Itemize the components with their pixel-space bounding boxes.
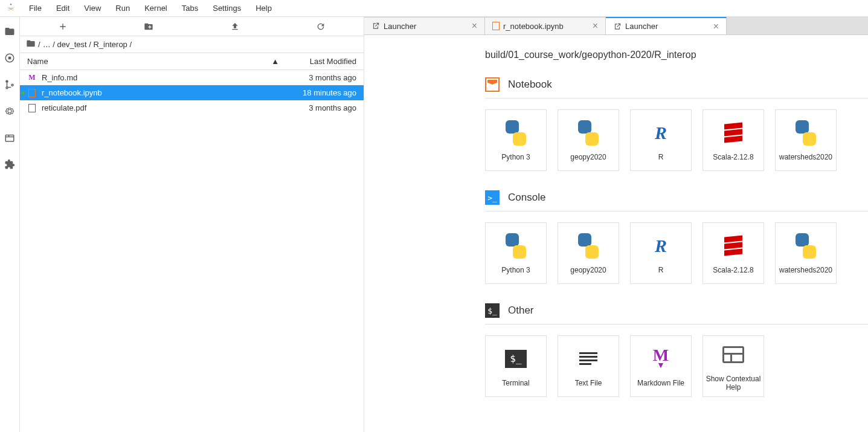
launcher-card[interactable]: geopy2020	[558, 222, 619, 284]
terminal-icon: $_	[505, 350, 527, 368]
launcher-card[interactable]: Scala-2.12.8	[702, 222, 764, 284]
main-area: / … / dev_test / R_interop / Name ▲ Last…	[0, 17, 868, 432]
filebrowser-tab-icon[interactable]	[4, 25, 16, 37]
tab[interactable]: Launcher×	[364, 17, 485, 34]
card-label: Text File	[573, 379, 605, 387]
settings-tab-icon[interactable]	[4, 105, 16, 117]
menubar: FileEditViewRunKernelTabsSettingsHelp	[0, 0, 868, 17]
launcher-path: build/01_course_work/geopython-2020/R_in…	[485, 50, 868, 60]
card-label: Scala-2.12.8	[710, 153, 756, 161]
close-icon[interactable]: ×	[711, 22, 721, 31]
launcher-icon	[613, 22, 622, 31]
upload-button[interactable]	[192, 17, 278, 36]
activity-bar	[0, 17, 20, 432]
notebook-file-icon	[28, 89, 36, 97]
file-modified: 18 minutes ago	[284, 88, 356, 97]
close-icon[interactable]: ×	[590, 21, 600, 31]
card-label: R	[656, 266, 666, 274]
menu-file[interactable]: File	[22, 1, 49, 15]
launcher-card[interactable]: geopy2020	[558, 109, 619, 171]
section-title: Console	[508, 192, 545, 204]
pdf-file-icon	[28, 104, 36, 112]
breadcrumb-segment[interactable]: …	[43, 40, 51, 49]
scala-icon	[724, 236, 742, 256]
text-file-icon	[579, 352, 597, 365]
r-icon: R	[655, 123, 667, 143]
python-icon	[576, 233, 601, 259]
menu-view[interactable]: View	[77, 1, 108, 15]
launcher-card[interactable]: Python 3	[485, 109, 547, 171]
launcher-card[interactable]: watersheds2020	[775, 109, 837, 171]
breadcrumb-sep: /	[87, 40, 94, 49]
r-icon: R	[655, 236, 667, 256]
launcher-card[interactable]: RR	[630, 222, 692, 284]
card-label: geopy2020	[568, 266, 608, 274]
extensions-tab-icon[interactable]	[4, 158, 16, 170]
tabs-tab-icon[interactable]	[4, 132, 16, 144]
refresh-button[interactable]	[278, 17, 364, 36]
launcher-card[interactable]: Scala-2.12.8	[702, 109, 764, 171]
card-label: R	[656, 153, 666, 161]
launcher-card[interactable]: Text File	[558, 335, 619, 397]
console-section: >_ Console Python 3geopy2020RRScala-2.12…	[485, 190, 868, 284]
markdown-file-icon: M	[28, 73, 35, 82]
notebook-section: Notebook Python 3geopy2020RRScala-2.12.8…	[485, 77, 868, 171]
content-area: Launcher×r_notebook.ipynb×Launcher× buil…	[364, 17, 868, 432]
python-icon	[793, 120, 818, 146]
card-label: watersheds2020	[777, 266, 835, 274]
folder-icon[interactable]	[26, 39, 36, 50]
tab[interactable]: Launcher×	[606, 17, 727, 34]
filebrowser-toolbar	[20, 17, 364, 36]
file-modified: 3 months ago	[284, 103, 356, 112]
file-row[interactable]: MR_info.md3 months ago	[20, 70, 364, 85]
sort-asc-icon[interactable]: ▲	[271, 57, 279, 66]
app-root: FileEditViewRunKernelTabsSettingsHelp / …	[0, 0, 868, 432]
column-name[interactable]: Name	[27, 57, 271, 66]
menu-kernel[interactable]: Kernel	[137, 1, 175, 15]
launcher-card[interactable]: RR	[630, 109, 692, 171]
file-row[interactable]: r_notebook.ipynb18 minutes ago	[20, 85, 364, 100]
launcher-card[interactable]: $_Terminal	[485, 335, 547, 397]
menu-edit[interactable]: Edit	[49, 1, 77, 15]
console-section-icon: >_	[485, 190, 500, 205]
breadcrumb-sep: /	[127, 40, 132, 49]
breadcrumb: / … / dev_test / R_interop /	[20, 36, 364, 53]
filebrowser-header: Name ▲ Last Modified	[20, 53, 364, 70]
menu-help[interactable]: Help	[248, 1, 279, 15]
close-icon[interactable]: ×	[469, 21, 480, 31]
running-indicator-icon	[21, 91, 25, 95]
svg-point-0	[10, 4, 12, 5]
other-section-icon: $_	[485, 303, 500, 318]
file-name: R_info.md	[42, 73, 284, 82]
help-icon	[722, 346, 744, 363]
breadcrumb-segment[interactable]: R_interop	[93, 40, 127, 49]
launcher-icon	[371, 22, 380, 30]
launcher-card[interactable]: M▼Markdown File	[630, 335, 692, 397]
breadcrumb-sep: /	[38, 40, 40, 49]
menu-tabs[interactable]: Tabs	[175, 1, 205, 15]
python-icon	[503, 233, 529, 259]
python-icon	[793, 233, 818, 259]
launcher-card[interactable]: Show Contextual Help	[702, 335, 764, 397]
file-row[interactable]: reticulate.pdf3 months ago	[20, 100, 364, 115]
notebook-section-icon	[485, 77, 500, 92]
running-tab-icon[interactable]	[4, 52, 16, 64]
notebook-file-icon	[492, 22, 500, 30]
tab-label: Launcher	[625, 22, 706, 31]
breadcrumb-segment[interactable]: dev_test	[57, 40, 86, 49]
git-tab-icon[interactable]	[4, 79, 16, 91]
menu-run[interactable]: Run	[108, 1, 137, 15]
scala-icon	[724, 123, 742, 143]
menu-settings[interactable]: Settings	[205, 1, 248, 15]
launcher-card[interactable]: watersheds2020	[775, 222, 837, 284]
section-header: >_ Console	[485, 190, 868, 211]
card-label: Show Contextual Help	[703, 375, 764, 392]
new-launcher-button[interactable]	[20, 17, 106, 36]
column-modified[interactable]: Last Modified	[284, 57, 356, 66]
tab[interactable]: r_notebook.ipynb×	[485, 17, 606, 34]
new-folder-button[interactable]	[106, 17, 191, 36]
card-label: Terminal	[500, 379, 532, 387]
launcher-card[interactable]: Python 3	[485, 222, 547, 284]
file-list: MR_info.md3 months agor_notebook.ipynb18…	[20, 70, 364, 432]
jupyter-logo-icon	[5, 2, 17, 15]
